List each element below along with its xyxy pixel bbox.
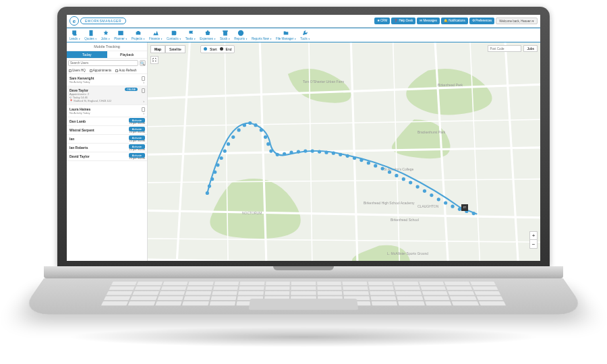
logo-icon: e	[69, 16, 79, 26]
menu-leads[interactable]: Leads▼	[69, 30, 80, 40]
svg-point-47	[374, 164, 377, 167]
svg-point-53	[416, 185, 420, 188]
menu-quotes[interactable]: Quotes▼	[84, 30, 97, 40]
svg-point-21	[220, 156, 223, 160]
svg-point-40	[324, 151, 328, 154]
svg-point-55	[430, 193, 433, 197]
user-row[interactable]: Sam Kenwright No Activity Today ›	[67, 74, 147, 86]
phone-icon	[142, 88, 145, 93]
svg-point-31	[266, 142, 270, 146]
preferences-link[interactable]: ⚙ Preferences	[469, 18, 495, 24]
svg-point-44	[353, 156, 356, 160]
svg-point-19	[213, 171, 216, 174]
user-row[interactable]: Ian Activate £5 per month	[67, 135, 147, 144]
menu-file-manager[interactable]: File Manager▼	[276, 30, 296, 40]
svg-point-43	[346, 154, 349, 158]
start-dot	[204, 47, 207, 51]
svg-point-50	[395, 174, 398, 177]
svg-point-52	[409, 181, 412, 184]
helpdesk-link[interactable]: ❓ Help Desk	[391, 18, 415, 24]
menu-contacts[interactable]: Contacts▼	[167, 30, 181, 40]
menu-reports[interactable]: Reports▼	[234, 30, 248, 40]
user-row[interactable]: David Taylor Activate £5 per month	[67, 152, 147, 161]
user-row[interactable]: Ian Roberts Activate £5 per month	[67, 144, 147, 152]
fullscreen-button[interactable]: ⛶	[150, 56, 158, 64]
svg-point-27	[248, 121, 252, 125]
topbar: e EWORKSMANAGER ★ CRM ❓ Help Desk ✉ Mess…	[67, 15, 540, 28]
svg-point-37	[304, 149, 307, 152]
crm-link[interactable]: ★ CRM	[374, 18, 391, 24]
svg-point-41	[332, 152, 335, 155]
jobs-button[interactable]: Jobs	[523, 45, 538, 52]
check-auto-refresh[interactable]	[115, 69, 118, 72]
search-button[interactable]: 🔍	[140, 60, 146, 66]
menu-finance[interactable]: Finance▼	[149, 30, 163, 40]
postcode-input[interactable]	[488, 45, 521, 52]
satellite-tab[interactable]: Satellite	[165, 45, 185, 53]
svg-point-26	[243, 123, 246, 127]
notifications-link[interactable]: 🔔 Notifications	[441, 18, 468, 24]
tab-today[interactable]: Today	[67, 51, 107, 59]
user-row[interactable]: Wistral Serpent Activate £5 per month	[67, 126, 147, 135]
svg-point-33	[276, 153, 279, 156]
chevron-right-icon: ›	[143, 111, 144, 115]
svg-point-30	[264, 135, 267, 139]
svg-point-24	[231, 135, 235, 139]
svg-point-58	[451, 205, 454, 208]
svg-point-22	[223, 149, 227, 152]
svg-point-25	[237, 128, 241, 131]
check-users-hq[interactable]	[69, 69, 71, 72]
svg-point-23	[227, 142, 230, 146]
svg-point-36	[297, 150, 300, 154]
svg-point-48	[381, 166, 384, 170]
main-menu: Leads▼ Quotes▼ Jobs▼ Planner▼ Projects▼ …	[67, 28, 540, 42]
svg-point-17	[208, 184, 211, 187]
svg-point-20	[216, 163, 219, 166]
menu-stock[interactable]: Stock▼	[220, 30, 230, 40]
svg-point-28	[254, 123, 257, 127]
svg-point-38	[311, 149, 314, 152]
menu-projects[interactable]: Projects▼	[132, 30, 145, 40]
menu-planner[interactable]: Planner▼	[114, 30, 127, 40]
map[interactable]: DT Map Satellite Start End Jobs ⛶	[148, 42, 540, 261]
svg-point-35	[289, 151, 293, 154]
svg-point-45	[359, 158, 363, 162]
user-row[interactable]: Dan Lamb Activate £5 per month	[67, 117, 147, 126]
chevron-right-icon: ›	[143, 99, 144, 103]
check-appointments[interactable]	[90, 69, 92, 72]
logo-text: EWORKSMANAGER	[80, 18, 126, 24]
svg-point-42	[339, 153, 342, 156]
logo[interactable]: e EWORKSMANAGER	[69, 16, 126, 26]
search-input[interactable]	[68, 60, 138, 66]
legend: Start End	[200, 45, 235, 53]
zoom-out-button[interactable]: −	[530, 240, 537, 248]
map-tab[interactable]: Map	[150, 45, 165, 53]
menu-tools[interactable]: Tools▼	[300, 30, 310, 40]
svg-point-61	[472, 212, 475, 215]
menu-tasks[interactable]: Tasks▼	[185, 30, 196, 40]
svg-point-16	[206, 191, 209, 195]
menu-expenses[interactable]: Expenses▼	[200, 30, 216, 40]
menu-jobs[interactable]: Jobs▼	[101, 30, 111, 40]
messages-link[interactable]: ✉ Messages	[417, 18, 440, 24]
zoom-in-button[interactable]: +	[530, 232, 537, 240]
user-row[interactable]: Dave Taylor Appointments: 2 ⏱ Today 14:4…	[67, 86, 147, 105]
tab-playback[interactable]: Playback	[107, 51, 148, 59]
app-screen: e EWORKSMANAGER ★ CRM ❓ Help Desk ✉ Mess…	[67, 15, 540, 261]
svg-point-54	[423, 189, 426, 193]
end-dot	[220, 47, 223, 51]
user-row[interactable]: Laura Haines No Activity Today ›	[67, 105, 147, 117]
svg-point-32	[269, 149, 272, 152]
svg-point-39	[318, 150, 321, 154]
user-marker[interactable]: DT	[461, 204, 468, 211]
svg-point-18	[210, 177, 214, 181]
svg-point-34	[283, 152, 286, 156]
chevron-right-icon: ›	[143, 80, 144, 84]
svg-point-49	[388, 171, 391, 174]
svg-point-29	[260, 128, 263, 131]
online-badge: ONLINE	[125, 88, 138, 91]
user-menu[interactable]: Welcome back, Heaven ▾	[496, 18, 538, 24]
menu-reports-new[interactable]: Reports New▼	[252, 30, 272, 40]
svg-point-56	[437, 198, 440, 201]
sidebar: Mobile Tracking Today Playback 🔍 Users H…	[67, 42, 148, 261]
